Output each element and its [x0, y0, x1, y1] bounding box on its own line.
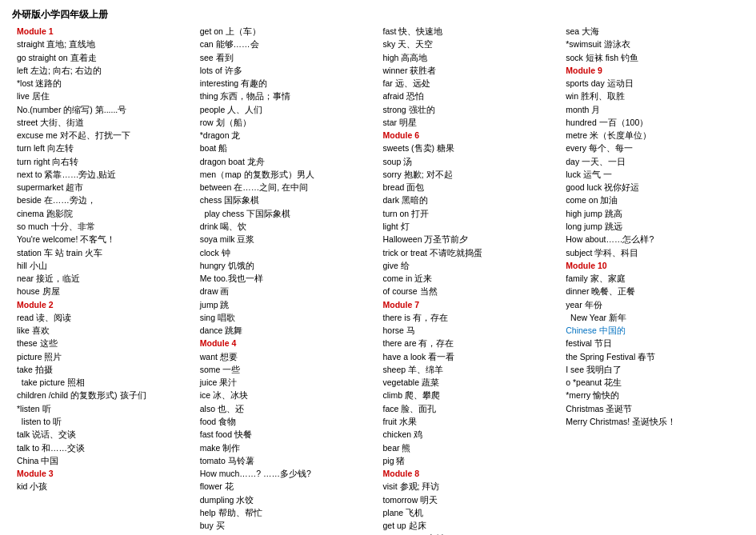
- entry: row 划（船）: [200, 118, 251, 127]
- entry: next to 紧靠……旁边,贴近: [17, 170, 116, 179]
- entry: plane 飞机: [383, 508, 424, 517]
- entry: buy 买: [200, 521, 225, 530]
- entry: excuse me 对不起、打扰一下: [17, 130, 130, 140]
- entry: get on 上（车）: [200, 26, 261, 36]
- entry: read 读、阅读: [17, 313, 71, 322]
- entry: there is 有，存在: [383, 313, 448, 322]
- entry: live 居住: [17, 91, 50, 101]
- entry: win 胜利、取胜: [566, 91, 625, 101]
- entry: soya milk 豆浆: [200, 234, 255, 244]
- entry: fast food 快餐: [200, 429, 252, 439]
- entry: beside 在……旁边，: [17, 195, 96, 205]
- entry: talk 说话、交谈: [17, 429, 76, 439]
- entry: soup 汤: [383, 157, 413, 166]
- entry: long jump 跳远: [566, 222, 622, 231]
- entry: Me too.我也一样: [200, 273, 263, 283]
- entry: turn on 打开: [383, 209, 430, 218]
- content-area: Module 1 straight 直地; 直线地 go straight on…: [12, 25, 744, 535]
- entry: station 车 站 train 火车: [17, 248, 102, 258]
- entry: New Year 新年: [566, 313, 626, 322]
- entry: month 月: [566, 105, 600, 114]
- entry: No.(number 的缩写) 第......号: [17, 105, 126, 114]
- entry: straight 直地; 直线地: [17, 39, 95, 49]
- entry: luck 运气 一: [566, 170, 612, 179]
- entry: Halloween 万圣节前夕: [383, 234, 469, 244]
- entry: also 也、还: [200, 404, 244, 413]
- entry: tomato 马铃薯: [200, 456, 254, 465]
- entry: want 想要: [200, 352, 238, 361]
- entry: thing 东西，物品；事情: [200, 91, 291, 101]
- entry: Merry Christmas! 圣诞快乐！: [566, 417, 676, 426]
- entry: Christmas 圣诞节: [566, 404, 632, 413]
- entry: jump 跳: [200, 300, 230, 309]
- entry: chicken 鸡: [383, 429, 423, 439]
- entry: sing 唱歌: [200, 313, 235, 322]
- entry: house 房屋: [17, 286, 60, 296]
- entry: day 一天、一日: [566, 157, 626, 166]
- entry: take picture 照相: [17, 377, 85, 387]
- entry: street 大街、街道: [17, 118, 84, 127]
- entry: juice 果汁: [200, 377, 238, 387]
- entry: dinner 晚餐、正餐: [566, 286, 635, 296]
- entry: some 一些: [200, 365, 241, 374]
- entry: drink 喝、饮: [200, 222, 247, 231]
- entry: festival 节日: [566, 338, 612, 348]
- entry: high jump 跳高: [566, 209, 622, 218]
- entry: year 年份: [566, 300, 602, 309]
- entry: How about……怎么样?: [566, 234, 654, 244]
- entry: left 左边; 向右; 右边的: [17, 66, 102, 75]
- page-title: 外研版小学四年级上册: [12, 8, 744, 22]
- entry: face 脸、面孔: [383, 404, 437, 413]
- entry: pig 猪: [383, 456, 406, 465]
- entry: fruit 水果: [383, 417, 417, 426]
- module-label-8: Module 8: [383, 469, 420, 478]
- entry: chess 国际象棋: [200, 195, 259, 205]
- entry: sea 大海: [566, 26, 599, 36]
- entry: like 喜欢: [17, 325, 50, 335]
- entry: between 在……之间, 在中间: [200, 182, 308, 192]
- entry: get up 起床: [383, 521, 426, 530]
- entry: clock 钟: [200, 248, 230, 258]
- column-1: Module 1 straight 直地; 直线地 go straight on…: [12, 25, 195, 535]
- entry: kid 小孩: [17, 481, 47, 491]
- entry: come in 近来: [383, 273, 433, 283]
- entry: sweets (售卖) 糖果: [383, 143, 455, 153]
- column-4: sea 大海 *swimsuit 游泳衣 sock 短袜 fish 钓鱼 Mod…: [561, 25, 744, 535]
- entry: *lost 迷路的: [17, 78, 62, 88]
- entry-chinese: Chinese 中国的: [566, 325, 625, 335]
- entry: of course 当然: [383, 286, 438, 296]
- entry: sock 短袜 fish 钓鱼: [566, 53, 638, 62]
- entry: horse 马: [383, 325, 415, 335]
- entry: light 灯: [383, 222, 410, 231]
- entry: metre 米（长度单位）: [566, 130, 651, 140]
- entry: I see 我明白了: [566, 365, 622, 374]
- entry: play chess 下国际象棋: [200, 209, 290, 218]
- module-label-6: Module 6: [383, 130, 420, 140]
- entry: bear 熊: [383, 443, 411, 453]
- entry: How much……? ……多少钱?: [200, 469, 311, 478]
- entry: subject 学科、科目: [566, 248, 638, 258]
- entry: turn left 向左转: [17, 143, 74, 153]
- entry: hill 小山: [17, 261, 47, 270]
- entry: sports day 运动日: [566, 78, 633, 88]
- entry: *listen 听: [17, 404, 51, 413]
- module-label-3: Module 3: [17, 469, 54, 478]
- entry: *swimsuit 游泳衣: [566, 39, 630, 49]
- entry: listen to 听: [17, 417, 62, 426]
- entry: come on 加油: [566, 195, 618, 205]
- entry: so much 十分、非常: [17, 222, 95, 231]
- entry: make 制作: [200, 443, 241, 453]
- entry: sky 天、天空: [383, 39, 434, 49]
- entry: *merry 愉快的: [566, 390, 619, 400]
- entry: take 拍摄: [17, 365, 53, 374]
- entry: China 中国: [17, 456, 58, 465]
- entry: people 人、人们: [200, 105, 262, 114]
- entry: *dragon 龙: [200, 130, 241, 140]
- entry: trick or treat 不请吃就捣蛋: [383, 248, 482, 258]
- entry: help 帮助、帮忙: [200, 508, 262, 517]
- entry: give 给: [383, 261, 410, 270]
- entry: You're welcome! 不客气！: [17, 234, 115, 244]
- entry: boat 船: [200, 143, 227, 153]
- entry: have a look 看一看: [383, 352, 455, 361]
- entry: turn right 向右转: [17, 157, 78, 166]
